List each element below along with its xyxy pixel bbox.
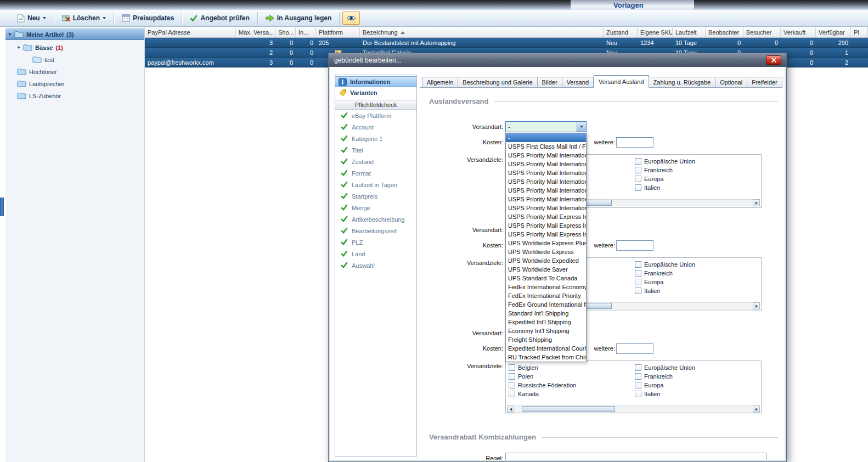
tab[interactable]: Versand Ausland	[594, 75, 649, 88]
panel-handle[interactable]	[0, 198, 4, 216]
close-button[interactable]	[766, 55, 781, 65]
checkbox[interactable]	[635, 373, 641, 380]
column-header[interactable]: Beobachter	[706, 27, 743, 37]
checkbox[interactable]	[635, 158, 641, 165]
destination-checkbox-row[interactable]: Europäische Union	[635, 157, 695, 166]
tab[interactable]: Bilder	[538, 77, 562, 88]
nav-item-informationen[interactable]: Informationen	[335, 76, 416, 87]
destination-checkbox-row[interactable]: Kanada	[509, 390, 576, 398]
dropdown-option[interactable]: UPS Standard To Canada	[506, 274, 586, 283]
tab[interactable]: Zahlung u. Rückgabe	[649, 77, 716, 88]
loeschen-button[interactable]: Löschen	[57, 12, 111, 25]
column-header[interactable]: Laufzeit	[673, 27, 706, 37]
sidebar-item-test[interactable]: test	[5, 54, 144, 65]
expander-icon[interactable]	[8, 33, 12, 36]
dropdown-option[interactable]: Standard Int'l Shipping	[506, 309, 586, 318]
scroll-right-button[interactable]	[753, 405, 760, 413]
dropdown-button[interactable]	[577, 122, 586, 132]
scroll-left-button[interactable]	[507, 405, 514, 413]
destination-checkbox-row[interactable]: Russische Föderation	[509, 381, 576, 390]
column-header[interactable]: Verkauft	[781, 27, 816, 37]
column-header[interactable]: In...	[296, 27, 316, 37]
weitere-input[interactable]	[616, 240, 653, 251]
dropdown-option[interactable]: USPS Priority Mail International	[506, 186, 586, 195]
checkbox[interactable]	[509, 373, 515, 380]
destination-checkbox-row[interactable]: Europäische Union	[635, 363, 695, 372]
destination-checkbox-row[interactable]: Europa	[635, 174, 695, 183]
sidebar-item-hochtoener[interactable]: Hochtöner	[5, 66, 144, 77]
destination-checkbox-row[interactable]: Polen	[509, 372, 576, 381]
dropdown-option[interactable]: Expedited Int'l Shipping	[506, 318, 586, 326]
checkbox[interactable]	[509, 391, 515, 397]
dropdown-option[interactable]: USPS Priority Mail International	[506, 151, 586, 160]
column-header[interactable]: PayPal Adresse	[145, 27, 236, 37]
checkbox[interactable]	[635, 167, 641, 173]
checkbox[interactable]	[635, 184, 641, 191]
tab[interactable]: Allgemein	[422, 77, 458, 88]
checkbox[interactable]	[635, 261, 641, 268]
sidebar-item-baesse[interactable]: Bässe (1)	[5, 42, 144, 53]
tab[interactable]: Versand	[562, 77, 594, 88]
weitere-input[interactable]	[616, 137, 653, 148]
neu-button[interactable]: Neu	[12, 12, 51, 25]
checkbox[interactable]	[635, 176, 641, 182]
dropdown-option[interactable]: FedEx Ground International for	[506, 300, 586, 309]
dropdown-option[interactable]: USPS Priority Mail International	[506, 195, 586, 204]
angebot-pruefen-button[interactable]: Angebot prüfen	[185, 12, 254, 25]
sidebar-item-meine-artikel[interactable]: Meine Artikel (3)	[5, 29, 144, 40]
column-header[interactable]: Sho...	[275, 27, 296, 37]
dropdown-option[interactable]: UPS Worldwide Express Plus	[506, 239, 586, 247]
sidebar-item-ls-zubehoer[interactable]: LS-Zubehör	[5, 90, 144, 102]
destination-checkbox-row[interactable]: Europäische Union	[635, 260, 695, 269]
tab[interactable]: Freifelder	[747, 77, 782, 88]
destination-checkbox-row[interactable]: Frankreich	[635, 166, 695, 174]
column-header[interactable]: Besucher	[743, 27, 781, 37]
table-row[interactable]: 300205Der Bestandstest mit AutomappingNe…	[145, 38, 868, 48]
tab[interactable]: Optional	[715, 77, 747, 88]
dropdown-option[interactable]: UPS Worldwide Expedited	[506, 256, 586, 265]
dropdown-option[interactable]: USPS Priority Mail Express Inte	[506, 221, 586, 230]
dropdown-option[interactable]: Economy Int'l Shipping	[506, 326, 586, 335]
horizontal-scrollbar[interactable]	[507, 405, 760, 413]
column-header[interactable]: Pl	[851, 27, 868, 37]
nav-item-varianten[interactable]: Varianten	[335, 87, 416, 98]
dropdown-option[interactable]: USPS Priority Mail Express Inte	[506, 230, 586, 239]
in-ausgang-legen-button[interactable]: In Ausgang legen	[261, 12, 337, 25]
dropdown-option[interactable]: RU Tracked Packet from China	[506, 353, 586, 362]
dropdown-option[interactable]: Expedited International Courier	[506, 344, 586, 353]
dropdown-option[interactable]: USPS Priority Mail International	[506, 168, 586, 177]
scroll-right-button[interactable]	[753, 302, 760, 309]
destination-checkbox-row[interactable]: Italien	[635, 183, 695, 192]
column-header[interactable]: Bezeichnung	[360, 27, 604, 37]
destination-checkbox-row[interactable]: Italien	[635, 286, 695, 295]
scroll-thumb[interactable]	[522, 406, 615, 412]
dropdown-option[interactable]: -	[506, 133, 586, 142]
dropdown-option[interactable]: Freight Shipping	[506, 335, 586, 344]
checkbox[interactable]	[635, 288, 641, 294]
checkbox[interactable]	[635, 391, 641, 397]
scroll-track[interactable]	[514, 405, 753, 413]
column-header[interactable]: Eigene SKU	[638, 27, 673, 37]
dropdown-option[interactable]: FedEx International Priority	[506, 291, 586, 300]
dropdown-option[interactable]: UPS Worldwide Saver	[506, 265, 586, 274]
versandart-select[interactable]: -	[505, 121, 587, 132]
dropdown-option[interactable]: USPS Priority Mail International	[506, 177, 586, 186]
destination-checkbox-row[interactable]: Belgien	[509, 363, 576, 372]
dropdown-option[interactable]: USPS First Class Mail Intl / Firs	[506, 142, 586, 151]
destination-checkbox-row[interactable]: Europa	[635, 381, 695, 390]
destination-checkbox-row[interactable]: Italien	[635, 390, 695, 398]
scroll-right-button[interactable]	[753, 199, 760, 206]
expander-icon[interactable]	[17, 47, 20, 49]
checkbox[interactable]	[635, 364, 641, 371]
column-header[interactable]: Max. Versa...	[236, 27, 275, 37]
dropdown-option[interactable]: USPS Priority Mail International	[506, 204, 586, 212]
dialog-titlebar[interactable]: gebündelt bearbeiten...	[329, 53, 786, 67]
checkbox[interactable]	[635, 279, 641, 285]
column-header[interactable]: Plattform	[316, 27, 360, 37]
weitere-input[interactable]	[616, 343, 653, 354]
tab[interactable]: Beschreibung und Galerie	[458, 77, 537, 88]
dropdown-option[interactable]: USPS Priority Mail Express Inte	[506, 212, 586, 221]
destination-checkbox-row[interactable]: Frankreich	[635, 372, 695, 381]
destination-checkbox-row[interactable]: Frankreich	[635, 269, 695, 278]
checkbox[interactable]	[635, 270, 641, 277]
